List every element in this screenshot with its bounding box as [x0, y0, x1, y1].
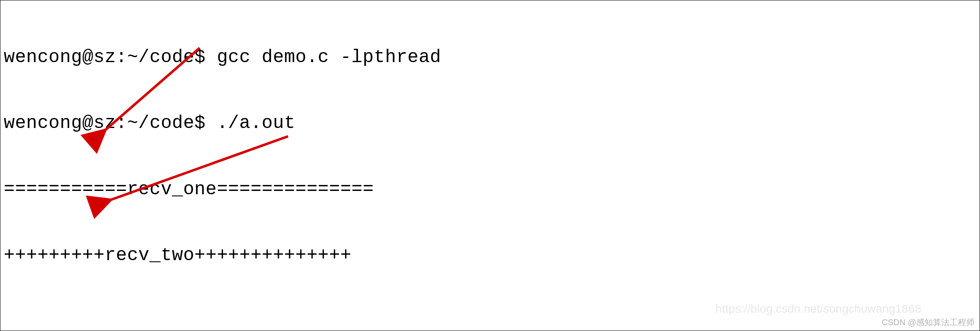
terminal-line: +++++++++recv_two++++++++++++++ [4, 244, 976, 266]
watermark-text: CSDN @感知算法工程师 [882, 317, 975, 327]
terminal-line: ===========recv_one============== [4, 178, 976, 201]
faded-source-link: https://blog.csdn.net/songchuwang1868 [716, 302, 921, 316]
terminal-line: wencong@sz:~/code$ gcc demo.c -lpthread [4, 46, 976, 68]
terminal-output: wencong@sz:~/code$ gcc demo.c -lpthread … [0, 0, 980, 331]
terminal-line: wencong@sz:~/code$ ./a.out [4, 112, 976, 134]
